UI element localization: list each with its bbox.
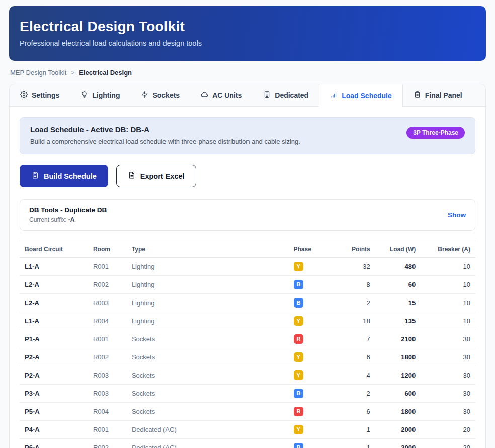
tab-label: Dedicated (275, 91, 308, 99)
phase-badge: B (294, 443, 304, 448)
tab-sockets[interactable]: Sockets (130, 84, 190, 106)
load-cell: 2100 (375, 330, 421, 348)
clipboard-icon (31, 171, 39, 181)
build-schedule-label: Build Schedule (44, 172, 97, 180)
room-cell: R004 (88, 403, 127, 421)
breaker-cell: 20 (421, 439, 475, 448)
tab-ac-units[interactable]: AC Units (190, 84, 253, 106)
build-schedule-button[interactable]: Build Schedule (20, 165, 108, 187)
file-icon (128, 171, 136, 181)
table-row: P1-A R001 Sockets R 7 2100 30 (20, 330, 475, 348)
suffix-value: -A (68, 216, 75, 223)
tab-label: Sockets (152, 91, 180, 99)
load-cell: 1800 (375, 403, 421, 421)
db-tools-title: DB Tools - Duplicate DB (29, 206, 107, 214)
room-cell: R003 (88, 385, 127, 403)
tab-label: Settings (32, 91, 59, 99)
circuit-cell: L2-A (20, 294, 88, 312)
tab-lighting[interactable]: Lighting (70, 84, 130, 106)
col-room: Room (88, 241, 127, 258)
col-points: Points (325, 241, 375, 258)
points-cell: 18 (325, 312, 375, 330)
breaker-cell: 30 (421, 330, 475, 348)
tab-settings[interactable]: Settings (10, 84, 70, 106)
breaker-cell: 30 (421, 348, 475, 366)
phase-badge: Y (294, 262, 303, 271)
circuit-cell: P5-A (20, 403, 88, 421)
info-panel-description: Build a comprehensive electrical load sc… (30, 138, 300, 145)
load-cell: 15 (375, 294, 421, 312)
type-cell: Sockets (127, 330, 289, 348)
schedule-table-body: L1-A R001 Lighting Y 32 480 10 L2-A R002… (20, 258, 475, 448)
table-row: L1-A R001 Lighting Y 32 480 10 (20, 258, 475, 276)
export-excel-label: Export Excel (140, 172, 185, 180)
room-cell: R001 (88, 330, 127, 348)
page-title: Electrical Design Toolkit (20, 19, 475, 35)
phase-badge: Y (294, 352, 303, 362)
table-row: P4-A R001 Dedicated (AC) Y 1 2000 20 (20, 421, 475, 439)
col-phase: Phase (289, 241, 325, 258)
tab-final-panel[interactable]: Final Panel (403, 84, 473, 106)
breaker-cell: 10 (421, 294, 475, 312)
table-header: Board Circuit Room Type Phase Points Loa… (20, 241, 475, 258)
show-toggle-link[interactable]: Show (448, 211, 466, 219)
db-tools-card: DB Tools - Duplicate DB Current suffix: … (20, 199, 475, 231)
phase-badge: B (294, 298, 304, 308)
db-tools-text: DB Tools - Duplicate DB Current suffix: … (29, 206, 107, 223)
bolt-icon (141, 91, 148, 100)
gear-icon (20, 91, 28, 100)
breadcrumb-separator: > (71, 69, 74, 77)
table-row: P2-A R002 Sockets Y 6 1800 30 (20, 348, 475, 366)
tab-label: AC Units (212, 91, 242, 99)
phase-cell: Y (289, 366, 325, 385)
table-row: P5-A R004 Sockets R 6 1800 30 (20, 403, 475, 421)
table-row: P6-A R002 Dedicated (AC) B 1 2000 20 (20, 439, 475, 448)
circuit-cell: P2-A (20, 366, 88, 385)
type-cell: Sockets (127, 366, 289, 385)
export-excel-button[interactable]: Export Excel (116, 165, 196, 187)
clipboard-icon (414, 91, 421, 100)
load-cell: 480 (375, 258, 421, 276)
table-row: P3-A R003 Sockets B 2 600 30 (20, 385, 475, 403)
main-card: Settings Lighting Sockets AC Units Dedic… (9, 84, 486, 448)
room-cell: R002 (88, 348, 127, 366)
phase-cell: Y (289, 348, 325, 366)
type-cell: Lighting (127, 312, 289, 330)
col-type: Type (127, 241, 289, 258)
tab-label: Load Schedule (342, 92, 392, 100)
load-cell: 60 (375, 276, 421, 294)
room-cell: R002 (88, 276, 127, 294)
circuit-cell: L1-A (20, 312, 88, 330)
room-cell: R004 (88, 312, 127, 330)
points-cell: 6 (325, 348, 375, 366)
load-cell: 2000 (375, 439, 421, 448)
load-cell: 135 (375, 312, 421, 330)
room-cell: R003 (88, 294, 127, 312)
phase-cell: B (289, 439, 325, 448)
points-cell: 2 (325, 385, 375, 403)
breadcrumb-current: Electrical Design (79, 69, 132, 77)
breadcrumb-root-link[interactable]: MEP Design Toolkit (10, 69, 66, 77)
phase-cell: B (289, 276, 325, 294)
phase-badge: B (294, 280, 304, 289)
table-row: L2-A R003 Lighting B 2 15 10 (20, 294, 475, 312)
breaker-cell: 30 (421, 366, 475, 385)
tab-label: Final Panel (425, 91, 462, 99)
circuit-cell: L2-A (20, 276, 88, 294)
type-cell: Lighting (127, 258, 289, 276)
page-subtitle: Professional electrical load calculation… (20, 39, 475, 47)
points-cell: 32 (325, 258, 375, 276)
phase-cell: R (289, 330, 325, 348)
bulb-icon (80, 91, 88, 100)
type-cell: Lighting (127, 294, 289, 312)
cloud-icon (201, 91, 208, 100)
circuit-cell: L1-A (20, 258, 88, 276)
circuit-cell: P3-A (20, 385, 88, 403)
tab-dedicated[interactable]: Dedicated (253, 84, 319, 106)
phase-badge: Y (294, 316, 303, 326)
circuit-cell: P4-A (20, 421, 88, 439)
phase-cell: B (289, 385, 325, 403)
tab-load-schedule[interactable]: Load Schedule (319, 84, 403, 107)
load-cell: 1800 (375, 348, 421, 366)
phase-badge: Y (294, 425, 303, 434)
